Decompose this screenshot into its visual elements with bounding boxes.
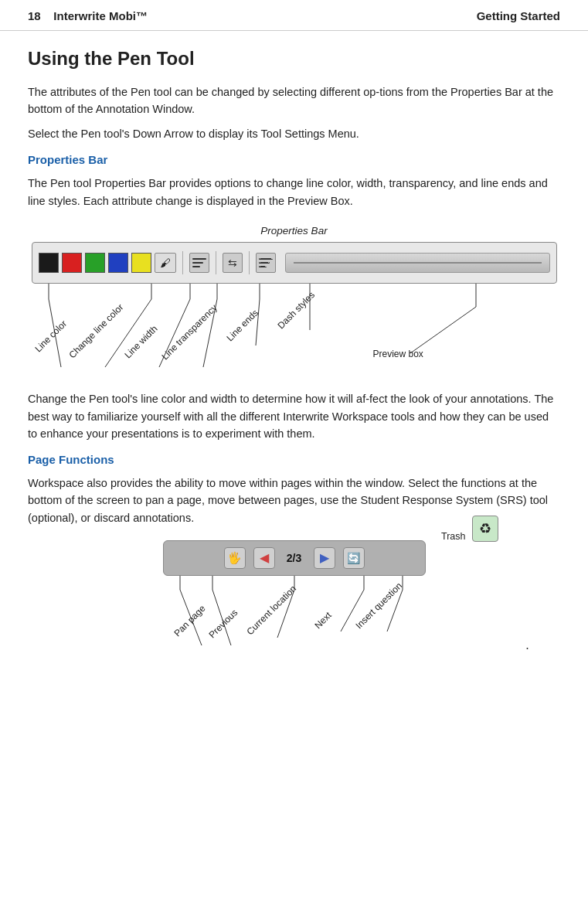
nav-bar-wrapper: ♻ Trash 🖐 ◀ 2/3 ▶ 🔄 xyxy=(163,540,426,669)
previous-btn[interactable]: ◀ xyxy=(253,547,275,569)
svg-line-13 xyxy=(410,307,476,353)
period: . xyxy=(526,636,529,655)
next-btn[interactable]: ▶ xyxy=(314,547,335,569)
separator-1 xyxy=(182,251,183,274)
trash-button[interactable]: ♻ xyxy=(472,516,498,542)
nav-diagram-container: ♻ Trash 🖐 ◀ 2/3 ▶ 🔄 xyxy=(32,540,557,669)
separator-3 xyxy=(249,251,250,274)
swatch-yellow xyxy=(131,253,151,273)
page-display: 2/3 xyxy=(283,550,306,567)
chapter-title: Getting Started xyxy=(477,8,560,26)
body-paragraph: Change the Pen tool's line color and wid… xyxy=(28,390,560,442)
brush-icon: 🖌 xyxy=(155,253,176,273)
dash-styles-btn xyxy=(256,253,276,273)
svg-line-9 xyxy=(256,299,260,345)
nav-bar: 🖐 ◀ 2/3 ▶ 🔄 xyxy=(163,540,426,576)
trash-area: ♻ Trash xyxy=(441,526,466,544)
toolbar-box: 🖌 ⇆ xyxy=(32,242,557,284)
swatch-black xyxy=(39,253,59,273)
nav-callout-area: Pan page Previous Current location Next … xyxy=(163,576,426,669)
insert-question-btn[interactable]: 🔄 xyxy=(343,547,365,569)
main-content: Using the Pen Tool The attributes of the… xyxy=(0,31,588,685)
label-preview-box: Preview box xyxy=(373,347,423,361)
page-number-left: 18 Interwrite Mobi™ xyxy=(28,8,148,26)
separator-2 xyxy=(216,251,216,274)
page-header: 18 Interwrite Mobi™ Getting Started xyxy=(0,0,588,31)
intro-paragraph-1: The attributes of the Pen tool can be ch… xyxy=(28,83,560,118)
callout-area: Line color Change line color Line width … xyxy=(32,284,557,384)
swatch-green xyxy=(85,253,105,273)
arrow-icon: ⇆ xyxy=(228,255,237,271)
diagram-label: Properties Bar xyxy=(32,223,557,239)
preview-box xyxy=(285,253,550,273)
intro-paragraph-2: Select the Pen tool's Down Arrow to disp… xyxy=(28,125,560,142)
line-width-btn xyxy=(189,253,209,273)
properties-bar-desc: The Pen tool Properties Bar provides opt… xyxy=(28,175,560,209)
swatch-blue xyxy=(108,253,128,273)
section-title: Using the Pen Tool xyxy=(28,45,560,73)
trash-label: Trash xyxy=(441,529,466,544)
page-functions-heading: Page Functions xyxy=(28,451,560,468)
preview-line xyxy=(294,262,542,264)
line-ends-btn: ⇆ xyxy=(223,253,243,273)
properties-bar-heading: Properties Bar xyxy=(28,151,560,168)
properties-bar-diagram: Properties Bar 🖌 ⇆ xyxy=(32,223,557,384)
callout-svg xyxy=(32,284,557,384)
swatch-red xyxy=(62,253,82,273)
pan-page-btn[interactable]: 🖐 xyxy=(224,547,246,569)
